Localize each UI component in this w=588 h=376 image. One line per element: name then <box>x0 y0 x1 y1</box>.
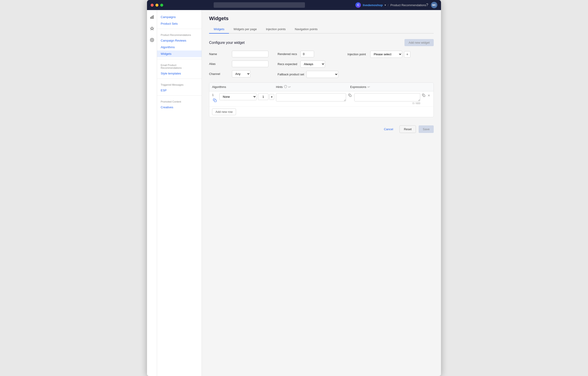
expression-copy-button[interactable] <box>421 93 426 98</box>
svg-rect-9 <box>423 95 425 97</box>
name-input[interactable] <box>232 51 268 57</box>
sidebar-item-algorithms[interactable]: Algorithms <box>157 44 201 51</box>
sidebar-item-product-sets[interactable]: Product Sets <box>157 20 201 27</box>
configure-section-header: Configure your widget Add new widget <box>209 39 434 46</box>
alias-label: Alias <box>209 62 230 65</box>
address-bar <box>163 2 355 8</box>
nav-page-name: Product Recommendations <box>390 3 426 7</box>
alias-input[interactable] <box>232 61 268 67</box>
expression-col: 0 / 600 <box>354 93 420 105</box>
expression-cell: 0 / 600 ✕ <box>354 93 431 105</box>
recs-expected-field-row: Recs expected Always Sometimes Never <box>278 61 338 68</box>
hints-copy-button[interactable] <box>347 93 352 98</box>
rendered-recs-input[interactable] <box>300 51 314 57</box>
injection-point-field-row: Injection point Please select + <box>347 51 410 58</box>
hints-info-icon[interactable] <box>284 85 287 89</box>
configure-title: Configure your widget <box>209 41 245 45</box>
icon-sidebar <box>147 10 157 376</box>
nav-chevron-icon: ▾ <box>385 4 386 7</box>
add-widget-button[interactable]: Add new widget <box>404 39 434 46</box>
nav-separator: / <box>388 3 389 7</box>
count-dropdown-button[interactable]: ▾ <box>269 94 274 100</box>
app-logo: C <box>355 2 361 8</box>
algorithms-table-header: Algorithms Hints ↩ Expressions ↩ <box>209 83 433 91</box>
char-count: 0 / 600 <box>354 102 420 105</box>
help-icon[interactable]: ? <box>426 3 428 7</box>
widget-form: Name Alias Channel Any Web Mobile <box>209 51 434 78</box>
address-input[interactable] <box>214 2 305 8</box>
sidebar-item-creatives[interactable]: Creatives <box>157 104 201 111</box>
reset-button[interactable]: Reset <box>399 125 416 133</box>
expression-input[interactable] <box>354 93 420 101</box>
hints-input[interactable] <box>276 93 346 101</box>
sidebar-item-campaigns[interactable]: Campaigns <box>157 14 201 20</box>
recs-expected-label: Recs expected <box>278 62 298 66</box>
save-button[interactable]: Save <box>419 125 434 133</box>
tab-widgets[interactable]: Widgets <box>209 25 229 33</box>
hints-col-header: Hints ↩ <box>276 85 350 89</box>
sidebar-icon-tools[interactable] <box>149 25 156 32</box>
main-content: Widgets Widgets Widgets per page Injecti… <box>202 10 441 376</box>
footer-actions: Cancel Reset Save <box>209 122 434 137</box>
hints-cell <box>276 93 352 101</box>
table-row: 1 None ▾ <box>209 91 433 107</box>
algorithms-label: Algorithms <box>161 45 175 49</box>
campaigns-label: Campaigns <box>161 15 176 19</box>
close-button[interactable] <box>151 4 154 7</box>
sidebar-item-widgets[interactable]: Widgets <box>157 51 201 57</box>
svg-rect-1 <box>152 16 152 19</box>
expressions-col-header: Expressions ↩ <box>350 85 424 89</box>
maximize-button[interactable] <box>160 4 163 7</box>
divider-2 <box>157 59 201 59</box>
channel-label: Channel <box>209 72 230 75</box>
tab-navigation-points[interactable]: Navigation points <box>290 25 322 33</box>
shop-name[interactable]: livedemoshop <box>363 3 383 7</box>
channel-select[interactable]: Any Web Mobile <box>232 70 250 77</box>
style-templates-label: Style templates <box>161 72 181 75</box>
cancel-button[interactable]: Cancel <box>380 125 397 133</box>
minimize-button[interactable] <box>156 4 158 7</box>
campaign-reviews-label: Campaign Reviews <box>161 39 186 42</box>
header-right: ? MC <box>426 2 437 8</box>
rendered-recs-label: Rendered recs <box>278 52 298 56</box>
form-col-mid: Rendered recs Recs expected Always Somet… <box>278 51 338 78</box>
svg-rect-7 <box>214 100 216 102</box>
esp-label: ESP <box>161 89 167 92</box>
sidebar-item-style-templates[interactable]: Style templates <box>157 70 201 77</box>
fallback-label: Fallback product set <box>278 73 304 76</box>
algorithm-controls: None ▾ <box>219 93 274 100</box>
svg-rect-2 <box>153 16 153 19</box>
algorithm-count-input[interactable] <box>258 93 268 100</box>
injection-point-row: Please select + <box>370 51 410 58</box>
channel-field-row: Channel Any Web Mobile <box>209 70 268 77</box>
injection-point-add-button[interactable]: + <box>404 51 410 58</box>
sidebar-icon-settings[interactable] <box>149 37 156 43</box>
injection-point-label: Injection point <box>347 53 368 56</box>
form-col-left: Name Alias Channel Any Web Mobile <box>209 51 268 78</box>
add-row-button[interactable]: Add new row <box>212 108 236 115</box>
app-body: Campaigns Product Sets Product Recommend… <box>147 10 441 376</box>
injection-point-select[interactable]: Please select <box>370 51 402 58</box>
divider-1 <box>157 29 201 29</box>
svg-rect-8 <box>349 95 351 97</box>
row-copy-button[interactable] <box>212 98 218 103</box>
creatives-label: Creatives <box>161 106 173 109</box>
nav-sidebar: Campaigns Product Sets Product Recommend… <box>157 10 202 376</box>
fallback-product-set-field-row: Fallback product set <box>278 71 338 78</box>
tab-injection-points[interactable]: Injection points <box>261 25 290 33</box>
recs-expected-select[interactable]: Always Sometimes Never <box>300 61 325 68</box>
fallback-product-set-select[interactable] <box>306 71 338 78</box>
name-label: Name <box>209 52 230 56</box>
sidebar-item-campaign-reviews[interactable]: Campaign Reviews <box>157 37 201 44</box>
avatar[interactable]: MC <box>431 2 437 8</box>
tab-widgets-per-page[interactable]: Widgets per page <box>229 25 261 33</box>
row-delete-button[interactable]: ✕ <box>427 93 431 98</box>
nav-area: C livedemoshop ▾ / Product Recommendatio… <box>355 2 426 8</box>
algorithm-select[interactable]: None <box>219 93 257 100</box>
sidebar-icon-chart[interactable] <box>149 14 156 21</box>
section-label-promoted: Promoted Content <box>157 97 201 104</box>
svg-rect-0 <box>150 17 151 19</box>
alias-field-row: Alias <box>209 61 268 67</box>
sidebar-item-esp[interactable]: ESP <box>157 87 201 94</box>
titlebar: C livedemoshop ▾ / Product Recommendatio… <box>147 0 441 10</box>
